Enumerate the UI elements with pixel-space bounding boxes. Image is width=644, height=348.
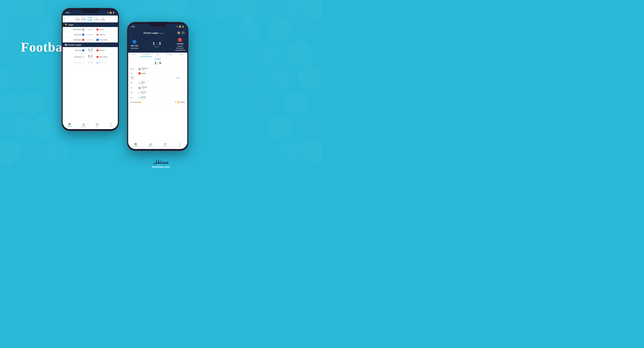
signal-icon-r: ▪▪▪ bbox=[176, 26, 178, 28]
nav-news-label: News bbox=[96, 126, 99, 127]
date-tue[interactable]: Tue 9 sep bbox=[76, 17, 80, 21]
event-kdb-card: K.de Bruen 🟨 43' 🟨 T.Barty bbox=[128, 100, 187, 104]
event-haverts-goal: 74' ⚽ Haverts Rice bbox=[128, 85, 187, 90]
tab-summary[interactable]: Summary bbox=[140, 53, 152, 57]
real-madrid-badge: ⚽ bbox=[82, 28, 84, 31]
more-icon-r: ☰ bbox=[179, 143, 181, 145]
phone-notch-right bbox=[149, 22, 167, 27]
event-time-3: 80' bbox=[178, 77, 185, 79]
nav-more-label: More bbox=[109, 126, 112, 127]
tab-stats[interactable]: Stats bbox=[152, 53, 164, 57]
sub-right-1: seilva Walker bbox=[141, 81, 145, 84]
arsenal-badge: 🔴 bbox=[96, 49, 98, 51]
signal-icon: ▪▪▪ bbox=[107, 12, 109, 14]
date-today[interactable]: Today 11 sep bbox=[87, 17, 92, 21]
phone-screen-left: 9:41 ▪▪▪ 📶 🔋 7 Football app 🔔 👤 bbox=[63, 10, 118, 129]
away-team-badge: 🔴 bbox=[178, 38, 182, 42]
nav-news-r[interactable]: 📰 News bbox=[158, 143, 172, 147]
match-detail-header: ‹ Premier League Week 7 🔔 ⋯ bbox=[128, 29, 187, 36]
event-time-4: 80' bbox=[130, 82, 138, 84]
ended-label: Ended bbox=[128, 57, 187, 61]
date-fri[interactable]: Fri 12 sep bbox=[94, 17, 98, 21]
date-prev-arrow[interactable]: ‹ bbox=[64, 18, 65, 20]
wifi-icon: 📶 bbox=[110, 12, 112, 14]
mancity2-badge: 🔵 bbox=[96, 62, 98, 64]
card-icon-1: 🟥 bbox=[138, 72, 141, 75]
watermark-logo: مستقل bbox=[152, 159, 170, 165]
score-home: 1 bbox=[153, 42, 155, 46]
score-section: 🔵 Man City Haaland(21) 1 - 3 Ended 🔴 bbox=[128, 36, 187, 53]
match-center-pl-3: 0 - 3 bbox=[84, 62, 96, 64]
goal-icon-1: ⚽ bbox=[138, 68, 141, 70]
match-row-laliga-1[interactable]: Real Madrid ⚽ 09:00 PM 🔴 Girona bbox=[63, 27, 118, 32]
watermark: مستقل mosfaal.com bbox=[152, 159, 170, 168]
phone-frame-left: 9:41 ▪▪▪ 📶 🔋 7 Football app 🔔 👤 bbox=[62, 8, 119, 131]
date-sat[interactable]: Sat 13 sep bbox=[100, 17, 105, 21]
goal-icon-2: ⚽ bbox=[138, 87, 141, 89]
screen-content-left: ‹ Tue 9 sep Wed 10 sep Today 11 sep bbox=[63, 16, 118, 121]
away-goals: Saka(47)Havertz(74)Odegard(90+2) bbox=[175, 45, 185, 51]
battery-icon-r: 🔋 bbox=[182, 26, 184, 28]
bell-icon-r[interactable]: 🔔 bbox=[177, 31, 180, 35]
girona-badge: 🔴 bbox=[96, 28, 98, 31]
summary-content: Ended 1 : 3 90+3' ⚽ Odegard Saka 83' 🟥 bbox=[128, 57, 187, 141]
detail-week: Week 7 bbox=[159, 32, 165, 34]
score-away: 3 bbox=[159, 42, 161, 46]
team-real-madrid: Real Madrid ⚽ bbox=[65, 28, 84, 31]
event-player-1: Odegard Saka bbox=[142, 67, 148, 71]
valencia-badge: 🦇 bbox=[96, 34, 98, 36]
nav-ranking-label-r: Ranking bbox=[148, 146, 153, 147]
mancity-badge: 🔵 bbox=[82, 49, 84, 51]
event-player-2: Saliba bbox=[142, 73, 146, 74]
nav-matches-r[interactable]: ⚽ Matches bbox=[128, 143, 143, 147]
match-row-laliga-2[interactable]: Barcelona 🔵 10:00 PM 🦇 Valencia bbox=[63, 32, 118, 37]
event-time-2: 83' bbox=[130, 73, 138, 74]
team-atleti: Atlti Madrid 🔴 bbox=[65, 39, 84, 41]
sub-arrow-1: ⇄ bbox=[176, 77, 177, 79]
yellow-card-kdb: 🟨 bbox=[139, 101, 141, 103]
tab-lineup[interactable]: Line-Up bbox=[164, 53, 176, 57]
status-time-left: 9:41 bbox=[66, 12, 70, 14]
rsociedad-badge: 🟦 bbox=[96, 39, 98, 41]
team-girona: 🔴 Girona bbox=[96, 28, 116, 31]
status-icons-right: ▪▪▪ 📶 🔋 bbox=[176, 26, 184, 28]
home-team-badge: 🔵 bbox=[132, 40, 137, 44]
event-time-6: 59' bbox=[130, 92, 138, 94]
date-nav: ‹ Tue 9 sep Wed 10 sep Today 11 sep bbox=[63, 16, 118, 23]
news-icon-r: 📰 bbox=[164, 143, 167, 145]
manutd-badge: 🔴 bbox=[96, 56, 98, 58]
nav-more-r[interactable]: ☰ More bbox=[172, 143, 188, 147]
more-icon: ☰ bbox=[110, 123, 112, 125]
nav-ranking[interactable]: 📊 Ranking bbox=[76, 123, 90, 127]
match-row-pl-2[interactable]: Tottenham ⚪ 0 - 2 75' min 🔴 Man United bbox=[63, 54, 118, 60]
watermark-url: mosfaal.com bbox=[152, 165, 170, 168]
date-items: Tue 9 sep Wed 10 sep Today 11 sep bbox=[76, 17, 105, 21]
match-row-laliga-3[interactable]: Atlti Madrid 🔴 11:00 PM 🟦 R.Sociedad bbox=[63, 37, 118, 43]
atleti-badge: 🔴 bbox=[82, 39, 84, 41]
back-button[interactable]: ‹ bbox=[130, 31, 131, 34]
phone-notch-left bbox=[81, 8, 99, 13]
nav-matches-label: Matches bbox=[67, 126, 72, 127]
nav-matches[interactable]: ⚽ Matches bbox=[63, 123, 76, 127]
yellow-card-tbarty: 🟨 bbox=[177, 101, 180, 103]
nav-ranking-r[interactable]: 📊 Ranking bbox=[143, 143, 158, 147]
pl-name: Premier League bbox=[68, 44, 82, 46]
nav-news[interactable]: 📰 News bbox=[90, 123, 104, 127]
bottom-nav-left: ⚽ Matches 📊 Ranking 📰 News ☰ More bbox=[63, 121, 118, 129]
match-center-3: 11:00 PM bbox=[84, 39, 96, 41]
tab-info[interactable]: Info bbox=[128, 53, 140, 57]
team-tottenham: Tottenham ⚪ bbox=[65, 56, 84, 58]
share-icon-r[interactable]: ⋯ bbox=[181, 31, 185, 35]
tab-news[interactable]: News bbox=[176, 53, 187, 57]
nav-more[interactable]: ☰ More bbox=[104, 123, 118, 127]
event-saliba: 83' 🟥 Saliba bbox=[128, 72, 187, 75]
match-row-pl-1[interactable]: Man City 🔵 1 - 3 Ended 🔴 Arsenal bbox=[63, 47, 118, 54]
nav-matches-label-r: Matches bbox=[133, 146, 138, 147]
team-valencia: 🦇 Valencia bbox=[96, 34, 116, 36]
event-odegard: 90+3' ⚽ Odegard Saka bbox=[128, 67, 187, 72]
team-rsociedad: 🟦 R.Sociedad bbox=[96, 39, 116, 41]
date-wed[interactable]: Wed 10 sep bbox=[81, 17, 86, 21]
detail-header-icons: 🔔 ⋯ bbox=[177, 31, 185, 35]
date-next-arrow[interactable]: › bbox=[116, 18, 116, 20]
laliga-name: Laliga bbox=[68, 24, 73, 26]
